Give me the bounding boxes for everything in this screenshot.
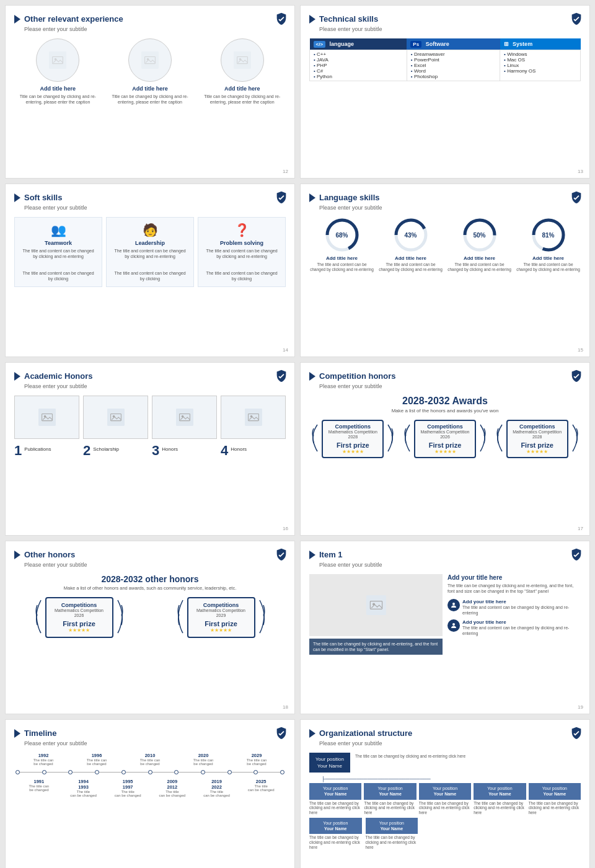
other-honors-title: 2028-2032 other honors	[14, 574, 286, 584]
org-row1-item-1: Your position Your Name The title can be…	[309, 783, 361, 815]
shield-badge	[570, 726, 583, 740]
org-connector-row1: ├──────────────────────────────	[309, 776, 581, 782]
soft-title-3: Problem solving	[203, 240, 280, 246]
exp-card-title-1: Add title here	[14, 86, 102, 92]
tech-header-lang: </> language	[310, 38, 407, 50]
circle-pct-1: 68%	[335, 232, 348, 239]
r2-desc-1: The title can be changed by clicking and…	[309, 835, 362, 849]
slide-subtitle: Please enter your subtitle	[319, 562, 581, 568]
tech-system-list: Windows Mac OS Linux Harmony OS	[500, 50, 581, 81]
r2-name-1: Your Name	[313, 826, 358, 831]
award-comp-2: Competitions	[418, 423, 472, 430]
org-box-r1-2: Your position Your Name	[364, 783, 416, 799]
slide-other-honors: Other honors Please enter your subtitle …	[5, 541, 295, 714]
soft-card-problem-solving: ❓ Problem solving The title and content …	[198, 217, 286, 287]
tl-year-bot-2: 19941993 The titlecan be changed	[61, 779, 106, 797]
honor-label-1: Publications	[24, 444, 51, 452]
timeline-section: 1992 The title canbe changed 1996 The ti…	[14, 753, 286, 797]
slide-header: Academic Honors	[14, 371, 286, 381]
other-award-2: Competitions Mathematics Competition2029…	[156, 597, 286, 638]
honor-img-4	[221, 396, 286, 439]
exp-card-3: Add title here Title can be changed by c…	[198, 38, 286, 105]
item1-person-2: Add your title here The title and conten…	[447, 619, 581, 636]
tl-year-bot-1: 1991 The title canbe changed	[17, 779, 61, 797]
slide-org-structure: Organizational structure Please enter yo…	[300, 719, 590, 868]
award-math-1: Mathematics Competition2028	[325, 430, 380, 440]
page-num: 14	[283, 347, 288, 353]
slide-title: Competition honors	[319, 371, 396, 381]
img-placeholder-1	[36, 38, 79, 82]
person-2-title: Add your title here	[462, 619, 581, 625]
tl-seg	[46, 772, 69, 773]
tl-seg	[178, 772, 201, 773]
award-1: Competitions Mathematics Competition2028…	[309, 420, 397, 458]
tl-year-top-2: 1996 The title canbe changed	[70, 753, 123, 766]
slide-header: Language skills	[309, 193, 581, 202]
lang-desc-1: The title and content can be changed by …	[309, 262, 374, 273]
lang-title-1: Add title here	[309, 255, 374, 261]
soft-card-teamwork: 👥 Teamwork The title and content can be …	[14, 217, 102, 287]
software-item: PowerPoint	[411, 57, 496, 63]
slide-subtitle: Please enter your subtitle	[319, 740, 581, 746]
shield-badge	[570, 547, 583, 561]
page-num: 16	[283, 526, 288, 531]
tl-dot	[253, 770, 258, 774]
lang-item: Python	[314, 74, 403, 79]
lang-title-3: Add title here	[447, 255, 512, 261]
shield-badge	[570, 369, 583, 383]
other-award-prize-1: First prize	[50, 620, 108, 627]
exp-card-desc-1: Title can be changed by clicking and re-…	[14, 94, 102, 105]
header-arrow	[309, 372, 315, 381]
r1-pos-4: Your position	[477, 786, 522, 791]
soft-desc-1b: The title and content can be changed by …	[20, 270, 97, 281]
lang-circle-4: 81% Add title here The title and content…	[516, 217, 581, 273]
r1-name-2: Your Name	[368, 791, 412, 797]
experience-cards: Add title here Title can be changed by c…	[14, 38, 286, 105]
tl-year-top-3: 2010 The title canbe changed	[123, 753, 177, 766]
org-chart: Your position Your Name The title can be…	[309, 753, 581, 850]
slide-header: Competition honors	[309, 371, 581, 381]
other-award-math-1: Mathematics Competition2026	[50, 608, 108, 619]
item1-left-panel: The title can be changed by clicking and…	[309, 574, 443, 655]
slide-subtitle: Please enter your subtitle	[24, 740, 286, 746]
slide-subtitle: Please enter your subtitle	[319, 26, 581, 32]
slide-subtitle: Please enter your subtitle	[24, 562, 286, 568]
other-honors-sub: Make a list of other honors and awards, …	[14, 585, 286, 591]
timeline-top-years: 1992 The title canbe changed 1996 The ti…	[14, 753, 286, 766]
award-prize-2: First prize	[418, 441, 472, 449]
tl-year-top-4: 2020 The title canbe changed	[177, 753, 230, 766]
award-inner-3: Competitions Mathematics Competition2028…	[506, 420, 568, 458]
exp-card-1: Add title here Title can be changed by c…	[14, 38, 102, 105]
r1-name-1: Your Name	[313, 791, 358, 797]
slide-item1: Item 1 Please enter your subtitle The ti…	[300, 541, 590, 714]
honors-images-grid	[14, 396, 286, 439]
slide-title: Item 1	[319, 550, 343, 559]
system-item: Harmony OS	[504, 68, 576, 74]
img-placeholder-2	[128, 38, 172, 82]
org-row1-item-4: Your position Your Name The title can be…	[474, 783, 526, 815]
slide-other-relevant-experience: Other relevant experience Please enter y…	[5, 5, 295, 179]
shield-badge	[275, 12, 288, 25]
slide-language-skills: Language skills Please enter your subtit…	[300, 184, 590, 357]
soft-desc-2a: The title and content can be changed by …	[112, 248, 188, 259]
shield-badge	[570, 12, 583, 25]
other-award-1: Competitions Mathematics Competition2026…	[14, 597, 144, 638]
tech-lang-list: C++ JAVA PHP C# Python	[310, 50, 407, 81]
award-stars-1: ★★★★★	[325, 449, 380, 454]
header-arrow	[309, 729, 315, 738]
slide-title: Timeline	[24, 728, 57, 738]
page-num: 17	[578, 526, 583, 531]
circle-pct-3: 50%	[473, 232, 485, 239]
r2-name-2: Your Name	[369, 826, 415, 831]
header-arrow	[309, 551, 315, 559]
svg-point-11	[452, 603, 455, 605]
page-num: 18	[283, 704, 288, 710]
item1-right-panel: Add your title here The title can be cha…	[447, 574, 581, 655]
slide-subtitle: Please enter your subtitle	[24, 26, 286, 32]
shield-badge	[275, 547, 288, 561]
tl-seg	[20, 772, 42, 773]
award-inner-1: Competitions Mathematics Competition2028…	[322, 420, 384, 458]
award-math-2: Mathematics Competition2026	[418, 430, 472, 440]
page-num: 12	[283, 169, 288, 174]
soft-desc-3a: The title and content can be changed by …	[203, 248, 280, 259]
